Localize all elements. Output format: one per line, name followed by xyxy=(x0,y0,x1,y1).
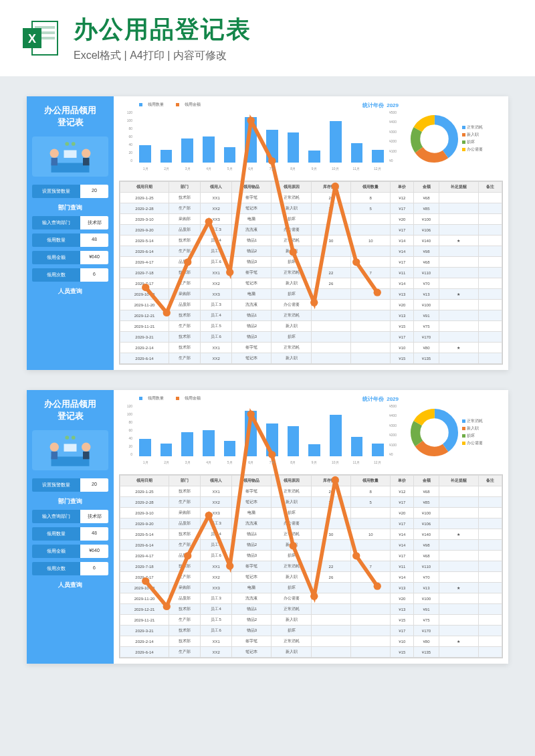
table-row[interactable]: 2029-11-20品质部员工3洗洗液办公需要¥20¥100 xyxy=(120,300,502,310)
excel-icon: X xyxy=(20,18,60,58)
table-row[interactable]: 2029-11-20品质部员工3洗洗液办公需要¥20¥100 xyxy=(120,593,502,604)
y-axis-left: 120100806040200 xyxy=(119,110,132,163)
excel-sheet: 办公用品领用 登记表 设置预警数量 20 部门查询 输入查询部门 技术部 领用数… xyxy=(27,96,508,370)
times-row: 领用次数 6 xyxy=(32,562,108,575)
table-row[interactable]: 2029-2-14技术部XX1签字笔正常消耗¥10¥80★ xyxy=(120,343,502,353)
table-row[interactable]: 2029-7-18技术部XX1签字笔正常消耗227¥11¥110 xyxy=(120,561,502,572)
chart-area: 120100806040200 ¥500¥400¥300¥200¥100¥0 1… xyxy=(119,404,404,464)
table-row[interactable]: 2029-7-18技术部XX1签字笔正常消耗227¥11¥110 xyxy=(120,268,502,278)
chart-bars xyxy=(135,110,388,163)
office-illustration xyxy=(32,136,108,177)
table-row[interactable]: 2029-2-28生产部XX2笔记本新入职275¥17¥85 xyxy=(120,497,502,508)
table-row[interactable]: 2029-4-17品质部员工6物品3损坏¥17¥68 xyxy=(120,551,502,561)
table-row[interactable]: 2029-11-21生产部员工5物品2新入职¥15¥75 xyxy=(120,321,502,332)
table-row[interactable]: 2029-1-25技术部XX1签字笔正常消耗268¥12¥68 xyxy=(120,193,502,203)
svg-rect-43 xyxy=(64,444,77,452)
table-row[interactable]: 2029-3-21技术部员工6物品3损坏¥17¥170 xyxy=(120,626,502,636)
donut-svg xyxy=(409,114,459,164)
chart-area: 120100806040200 ¥500¥400¥300¥200¥100¥0 1… xyxy=(119,110,404,171)
x-axis: 1月2月3月4月5月6月7月8月9月10月11月12月 xyxy=(135,167,388,171)
alert-row[interactable]: 设置预警数量 20 xyxy=(32,185,108,198)
sheet-sidebar: 办公用品领用 登记表 设置预警数量 20 部门查询 输入查询部门 技术部 领用数… xyxy=(27,390,114,664)
qty-row: 领用数量 48 xyxy=(32,527,108,541)
chart-legend: 领用数量 领用金额 xyxy=(119,102,404,108)
table-header-row: 领用日期部门领用人领用物品领用原因库存数量领用数量单价金额补足提醒备注 xyxy=(120,476,502,486)
page-subtitle: Excel格式 | A4打印 | 内容可修改 xyxy=(74,49,251,63)
table-row[interactable]: 2029-9-20品质部员工3洗洗液办公需要¥17¥106 xyxy=(120,518,502,529)
svg-point-15 xyxy=(50,149,59,158)
svg-rect-16 xyxy=(51,158,58,165)
donut-svg xyxy=(409,407,459,458)
table-row[interactable]: 2029-10-20采购部XX3电脑损坏¥13¥13★ xyxy=(120,583,502,593)
svg-rect-19 xyxy=(64,151,77,158)
svg-point-37 xyxy=(415,120,453,158)
data-table[interactable]: 领用日期部门领用人领用物品领用原因库存数量领用数量单价金额补足提醒备注 2029… xyxy=(120,475,502,658)
table-row[interactable]: 2029-12-21技术部员工4物品1正常消耗¥13¥91 xyxy=(120,604,502,615)
bar-chart: 领用数量 领用金额 统计年份 2029 120100806040200 ¥500… xyxy=(119,102,404,175)
svg-rect-40 xyxy=(51,452,58,459)
data-table[interactable]: 领用日期部门领用人领用物品领用原因库存数量领用数量单价金额补足提醒备注 2029… xyxy=(120,181,502,364)
sheet-main: 领用数量 领用金额 统计年份 2029 120100806040200 ¥500… xyxy=(114,96,508,370)
data-table-wrap: 领用日期部门领用人领用物品领用原因库存数量领用数量单价金额补足提醒备注 2029… xyxy=(119,181,503,365)
sidebar-title: 办公用品领用 登记表 xyxy=(32,104,108,128)
table-row[interactable]: 2029-5-14技术部员工4物品1正常消耗3010¥14¥140★ xyxy=(120,529,502,540)
chart-bars xyxy=(135,404,388,456)
table-body: 2029-1-25技术部XX1签字笔正常消耗268¥12¥682029-2-28… xyxy=(120,193,502,364)
dept-input-row[interactable]: 输入查询部门 技术部 xyxy=(32,216,108,229)
table-row[interactable]: 2029-2-14技术部XX1签字笔正常消耗¥10¥80★ xyxy=(120,636,502,647)
sheet-sidebar: 办公用品领用 登记表 设置预警数量 20 部门查询 输入查询部门 技术部 领用数… xyxy=(27,96,114,370)
table-row[interactable]: 2029-6-14生产部XX2笔记本新入职¥15¥135 xyxy=(120,647,502,658)
svg-rect-18 xyxy=(83,158,90,165)
y-axis-left: 120100806040200 xyxy=(119,404,132,456)
sidebar-title: 办公用品领用 登记表 xyxy=(32,398,108,422)
qty-row: 领用数量 48 xyxy=(32,233,108,247)
office-illustration xyxy=(32,430,108,470)
page-header: X 办公用品登记表 Excel格式 | A4打印 | 内容可修改 xyxy=(0,0,535,76)
donut-legend: 正常消耗新入职损坏办公需要 xyxy=(462,123,483,154)
svg-point-61 xyxy=(415,413,453,452)
table-row[interactable]: 2029-11-21生产部员工5物品2新入职¥15¥75 xyxy=(120,615,502,626)
table-row[interactable]: 2029-12-21技术部员工4物品1正常消耗¥13¥91 xyxy=(120,310,502,321)
excel-sheet: 办公用品领用 登记表 设置预警数量 20 部门查询 输入查询部门 技术部 领用数… xyxy=(27,390,508,664)
amt-row: 领用金额 ¥640 xyxy=(32,251,108,264)
dept-query-heading: 部门查询 xyxy=(32,203,108,212)
y-axis-right: ¥500¥400¥300¥200¥100¥0 xyxy=(389,404,404,456)
dept-input-row[interactable]: 输入查询部门 技术部 xyxy=(32,510,108,523)
chart-legend: 领用数量 领用金额 xyxy=(119,395,404,401)
table-row[interactable]: 2029-7-17生产部XX2笔记本新入职26¥14¥70 xyxy=(120,278,502,289)
donut-chart: 正常消耗新入职损坏办公需要 xyxy=(409,395,503,469)
header-text: 办公用品登记表 Excel格式 | A4打印 | 内容可修改 xyxy=(74,13,251,63)
person-query-heading: 人员查询 xyxy=(32,287,108,296)
table-row[interactable]: 2029-4-17品质部员工6物品3损坏¥17¥68 xyxy=(120,257,502,268)
table-row[interactable]: 2029-2-28生产部XX2笔记本新入职275¥17¥85 xyxy=(120,203,502,214)
table-row[interactable]: 2029-3-10采购部XX3电脑损坏¥20¥100 xyxy=(120,508,502,518)
data-table-wrap: 领用日期部门领用人领用物品领用原因库存数量领用数量单价金额补足提醒备注 2029… xyxy=(119,474,503,658)
table-row[interactable]: 2029-1-25技术部XX1签字笔正常消耗268¥12¥68 xyxy=(120,486,502,497)
times-row: 领用次数 6 xyxy=(32,268,108,282)
table-row[interactable]: 2029-3-21技术部员工6物品3损坏¥17¥170 xyxy=(120,332,502,343)
donut-legend: 正常消耗新入职损坏办公需要 xyxy=(462,417,483,448)
table-row[interactable]: 2029-5-14技术部员工4物品1正常消耗3010¥14¥140★ xyxy=(120,235,502,246)
table-row[interactable]: 2029-6-14生产部员工5物品2新入职¥14¥98 xyxy=(120,246,502,257)
svg-point-20 xyxy=(65,143,69,147)
table-row[interactable]: 2029-6-14生产部员工5物品2新入职¥14¥98 xyxy=(120,540,502,551)
table-row[interactable]: 2029-6-14生产部XX2笔记本新入职¥15¥135 xyxy=(120,353,502,364)
table-row[interactable]: 2029-3-10采购部XX3电脑损坏¥20¥100 xyxy=(120,214,502,225)
svg-text:X: X xyxy=(28,32,36,45)
svg-point-41 xyxy=(82,443,90,452)
svg-point-44 xyxy=(65,436,69,440)
bar-chart: 领用数量 领用金额 统计年份 2029 120100806040200 ¥500… xyxy=(119,395,404,469)
svg-rect-42 xyxy=(83,452,90,459)
alert-row[interactable]: 设置预警数量 20 xyxy=(32,478,108,492)
sheet-main: 领用数量 领用金额 统计年份 2029 120100806040200 ¥500… xyxy=(114,390,508,664)
table-row[interactable]: 2029-9-20品质部员工3洗洗液办公需要¥17¥106 xyxy=(120,225,502,235)
page-title: 办公用品登记表 xyxy=(74,13,251,46)
svg-point-39 xyxy=(50,443,59,452)
table-row[interactable]: 2029-7-17生产部XX2笔记本新入职26¥14¥70 xyxy=(120,572,502,583)
table-row[interactable]: 2029-10-20采购部XX3电脑损坏¥13¥13★ xyxy=(120,289,502,300)
chart-row: 领用数量 领用金额 统计年份 2029 120100806040200 ¥500… xyxy=(119,102,503,175)
stat-year: 统计年份 2029 xyxy=(362,395,399,403)
svg-point-17 xyxy=(82,149,90,158)
person-query-heading: 人员查询 xyxy=(32,581,108,589)
preview-area: 办公用品领用 登记表 设置预警数量 20 部门查询 输入查询部门 技术部 领用数… xyxy=(0,76,535,704)
